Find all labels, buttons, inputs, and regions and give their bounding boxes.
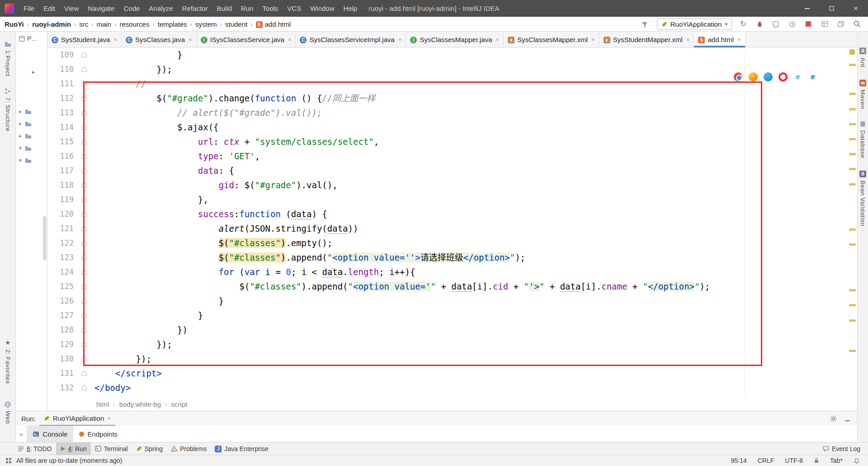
maximize-button[interactable]	[819, 0, 844, 17]
layout-button[interactable]	[820, 19, 829, 29]
tree-toggle-icon[interactable]: ▾	[18, 145, 23, 151]
rerun-button[interactable]: ↻	[739, 19, 748, 29]
firefox-browser-icon[interactable]	[749, 72, 758, 81]
code-line[interactable]: 119 },	[47, 192, 857, 207]
fold-marker-icon[interactable]	[74, 109, 94, 116]
editor-tab[interactable]: xSysClassesMapper.xml×	[504, 32, 599, 47]
code-line[interactable]: 126 }	[47, 294, 857, 308]
tree-toggle-icon[interactable]: ▸	[18, 121, 23, 127]
fold-marker-icon[interactable]	[74, 254, 94, 261]
close-icon[interactable]: ×	[496, 36, 500, 43]
menu-item-build[interactable]: Build	[212, 0, 236, 17]
editor-tab[interactable]: CSysClasses.java×	[122, 32, 197, 47]
tool-strip-button-ant[interactable]: AAnt	[859, 47, 866, 67]
warning-mark[interactable]	[849, 108, 856, 110]
fold-marker-icon[interactable]	[74, 269, 94, 275]
code-line[interactable]: 120 success:function (data) {	[47, 207, 857, 221]
editor-tab[interactable]: IISysClassesService.java×	[197, 32, 296, 47]
tool-strip-button-maven[interactable]: mMaven	[859, 79, 866, 109]
tool-strip-button-web[interactable]: Web	[5, 401, 11, 424]
editor-tab[interactable]: xSysStudentMapper.xml×	[599, 32, 694, 47]
code-line[interactable]: 124 for (var i = 0; i < data.length; i++…	[47, 265, 857, 279]
fold-marker-icon[interactable]	[74, 283, 94, 290]
opera-browser-icon[interactable]	[778, 72, 788, 81]
file-encoding[interactable]: UTF-8	[785, 457, 803, 464]
code-line[interactable]: 128 })	[47, 323, 857, 337]
code-line[interactable]: 118 gid: $("#grade").val(),	[47, 178, 857, 192]
fold-marker-icon[interactable]	[74, 225, 94, 232]
breadcrumb-item[interactable]: RuoYi	[5, 20, 24, 28]
tool-window-button-terminal[interactable]: Terminal	[91, 442, 132, 455]
code-line[interactable]: 115 url: ctx + "system/classes/select",	[47, 134, 857, 149]
warning-mark[interactable]	[849, 243, 856, 246]
stop-button[interactable]	[804, 19, 813, 29]
editor-tab[interactable]: CSysStudent.java×	[47, 32, 122, 47]
fold-marker-icon[interactable]	[74, 341, 94, 347]
code-line[interactable]: 131 </script>	[47, 366, 857, 380]
fold-marker-icon[interactable]	[74, 211, 94, 217]
menu-item-help[interactable]: Help	[339, 0, 362, 17]
breadcrumb-item[interactable]: templates	[158, 20, 187, 28]
breadcrumb-item[interactable]: 5add.html	[256, 20, 291, 28]
editor-breadcrumb-item[interactable]: script	[171, 400, 187, 408]
fold-marker-icon[interactable]	[74, 356, 94, 362]
code-line[interactable]: 132</body>	[47, 380, 857, 395]
fold-marker-icon[interactable]	[74, 52, 94, 58]
error-stripe[interactable]	[847, 48, 857, 398]
code-line[interactable]: 113 // alert($("#grade").val());	[47, 105, 857, 120]
coverage-button[interactable]	[771, 19, 780, 29]
tool-window-button-eventlog[interactable]: Event Log	[819, 442, 864, 455]
code-line[interactable]: 117 data: {	[47, 163, 857, 178]
project-tree-row[interactable]: ▾	[18, 154, 32, 166]
project-tree-row[interactable]: ▸	[18, 130, 32, 142]
code-line[interactable]: 123 $("#classes").append("<option value=…	[47, 250, 857, 265]
warning-mark[interactable]	[849, 350, 856, 352]
close-icon[interactable]: ×	[398, 36, 402, 43]
panel-tab-endpoints[interactable]: Endpoints	[73, 426, 123, 442]
close-icon[interactable]: ×	[737, 36, 741, 43]
menu-item-file[interactable]: File	[19, 0, 39, 17]
breadcrumb-item[interactable]: main	[97, 20, 112, 28]
code-line[interactable]: 121 alert(JSON.stringify(data))	[47, 221, 857, 236]
warning-mark[interactable]	[849, 153, 856, 155]
fold-marker-icon[interactable]	[74, 182, 94, 188]
tool-window-button-javaenterprise[interactable]: JJava Enterprise	[211, 442, 272, 455]
fold-marker-icon[interactable]	[74, 312, 94, 319]
warning-mark[interactable]	[849, 138, 856, 140]
fold-marker-icon[interactable]	[74, 66, 94, 72]
editor-tab[interactable]: ISysClassesMapper.java×	[406, 32, 504, 47]
warning-mark[interactable]	[849, 289, 856, 291]
fold-marker-icon[interactable]	[74, 298, 94, 304]
warning-mark[interactable]	[849, 93, 856, 95]
profiler-button[interactable]	[788, 19, 797, 29]
editor-breadcrumb-item[interactable]: body.white-bg	[119, 400, 161, 408]
breadcrumb-item[interactable]: system	[195, 20, 217, 28]
edge-browser-icon[interactable]: e	[808, 72, 817, 81]
code-editor[interactable]: 109 }110 });111 //112 $("#grade").change…	[47, 48, 857, 398]
tool-window-button-run[interactable]: 4: Run	[56, 442, 91, 455]
run-config-tab[interactable]: RuoYiApplication ×	[39, 411, 115, 426]
fold-marker-icon[interactable]	[74, 124, 94, 130]
menu-item-edit[interactable]: Edit	[39, 0, 60, 17]
menu-item-code[interactable]: Code	[119, 0, 144, 17]
fold-marker-icon[interactable]	[74, 95, 94, 101]
breadcrumb-item[interactable]: resources	[120, 20, 150, 28]
warning-mark[interactable]	[849, 228, 856, 231]
debug-button[interactable]	[755, 19, 764, 29]
project-tree-row[interactable]: ▸	[18, 118, 32, 130]
settings-gear-icon[interactable]	[830, 415, 837, 422]
code-line[interactable]: 125 $("#classes").append("<option value=…	[47, 279, 857, 294]
indent-info[interactable]: Tab*	[830, 457, 843, 464]
build-hammer-button[interactable]	[641, 19, 650, 29]
breadcrumb-item[interactable]: src	[79, 20, 88, 28]
code-line[interactable]: 130 });	[47, 352, 857, 366]
editor-breadcrumb-item[interactable]: html	[96, 400, 109, 408]
tool-strip-button-structure[interactable]: 7: Structure	[5, 88, 11, 132]
fold-marker-icon[interactable]	[74, 240, 94, 246]
restore-button[interactable]	[836, 19, 845, 29]
close-icon[interactable]: ×	[591, 36, 595, 43]
warning-mark[interactable]	[849, 304, 856, 306]
editor-tab[interactable]: CSysClassesServiceImpl.java×	[296, 32, 406, 47]
inspection-indicator[interactable]	[849, 49, 855, 55]
tool-window-switcher-icon[interactable]	[5, 457, 12, 464]
